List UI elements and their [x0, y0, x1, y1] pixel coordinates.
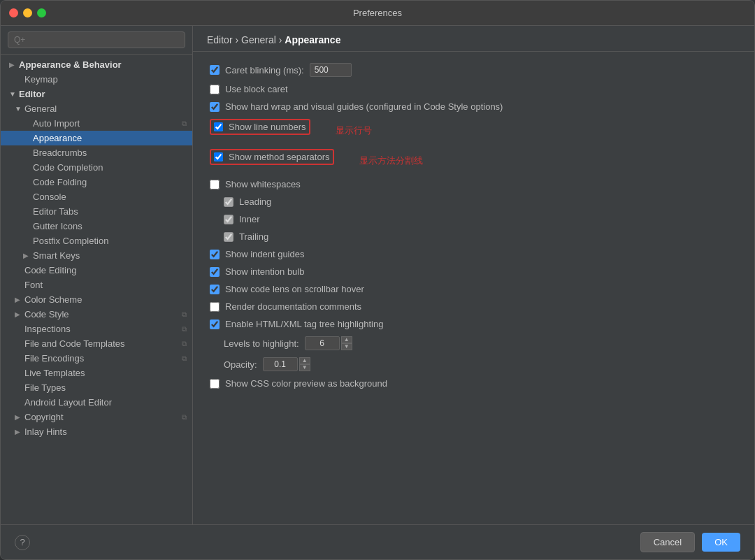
show-indent-guides-checkbox[interactable]	[210, 250, 220, 259]
sidebar-item-editor[interactable]: ▼ Editor	[1, 87, 192, 101]
sidebar-item-console[interactable]: Console	[1, 189, 192, 204]
enable-html-xml-checkbox[interactable]	[210, 320, 220, 329]
show-line-numbers-checkbox[interactable]	[214, 122, 223, 131]
render-doc-comments-row: Render documentation comments	[210, 301, 738, 312]
close-button[interactable]	[9, 8, 18, 17]
enable-html-xml-label[interactable]: Enable HTML/XML tag tree highlighting	[225, 319, 383, 329]
show-line-numbers-label[interactable]: Show line numbers	[229, 122, 306, 132]
copy-icon: ⧉	[182, 354, 187, 363]
sidebar-item-file-encodings[interactable]: File Encodings ⧉	[1, 351, 192, 366]
item-label: Smart Keys	[33, 250, 80, 261]
caret-blinking-checkbox[interactable]	[210, 65, 220, 75]
inner-checkbox[interactable]	[224, 215, 233, 224]
sidebar-item-postfix-completion[interactable]: Postfix Completion	[1, 234, 192, 248]
opacity-row: Opacity: ▲ ▼	[224, 357, 738, 371]
content-area: Editor › General › Appearance Caret blin…	[193, 26, 754, 524]
caret-blinking-label[interactable]: Caret blinking (ms):	[225, 65, 304, 76]
breadcrumb-separator: ›	[235, 34, 241, 45]
show-whitespaces-checkbox[interactable]	[210, 180, 220, 189]
sidebar-item-code-folding[interactable]: Code Folding	[1, 175, 192, 189]
sidebar-item-editor-tabs[interactable]: Editor Tabs	[1, 204, 192, 219]
sidebar-item-inlay-hints[interactable]: ▶ Inlay Hints	[1, 424, 192, 439]
show-css-color-label[interactable]: Show CSS color preview as background	[225, 378, 387, 389]
sidebar-item-auto-import[interactable]: Auto Import ⧉	[1, 116, 192, 131]
show-hard-wrap-row: Show hard wrap and visual guides (config…	[210, 101, 738, 112]
maximize-button[interactable]	[37, 8, 46, 17]
sidebar: ▶ Appearance & Behavior Keymap ▼ Editor …	[1, 26, 193, 524]
sidebar-item-code-completion[interactable]: Code Completion	[1, 160, 192, 175]
opacity-spinner-down[interactable]: ▼	[299, 364, 310, 371]
trailing-label[interactable]: Trailing	[239, 231, 268, 242]
item-label: Android Layout Editor	[24, 397, 112, 408]
dialog-title: Preferences	[353, 8, 402, 18]
item-label: Editor Tabs	[33, 206, 78, 217]
leading-label[interactable]: Leading	[239, 196, 271, 207]
show-intention-bulb-checkbox[interactable]	[210, 267, 220, 277]
levels-to-highlight-input[interactable]	[305, 336, 340, 350]
search-input[interactable]	[8, 31, 185, 48]
breadcrumb-part2: General	[241, 34, 276, 45]
sidebar-item-breadcrumbs[interactable]: Breadcrumbs	[1, 145, 192, 160]
sidebar-item-smart-keys[interactable]: ▶ Smart Keys	[1, 248, 192, 263]
sidebar-item-appearance[interactable]: Appearance	[1, 131, 192, 145]
show-method-separators-label[interactable]: Show method separators	[229, 152, 330, 162]
show-intention-bulb-label[interactable]: Show intention bulb	[225, 266, 304, 277]
show-css-color-checkbox[interactable]	[210, 379, 220, 389]
sidebar-item-font[interactable]: Font	[1, 278, 192, 292]
sidebar-item-appearance-behavior[interactable]: ▶ Appearance & Behavior	[1, 57, 192, 72]
show-hard-wrap-label[interactable]: Show hard wrap and visual guides (config…	[225, 101, 503, 112]
opacity-spinner: ▲ ▼	[263, 357, 310, 371]
sidebar-item-general[interactable]: ▼ General	[1, 101, 192, 116]
render-doc-comments-label[interactable]: Render documentation comments	[225, 301, 361, 312]
show-method-separators-checkbox[interactable]	[214, 152, 223, 161]
sidebar-item-gutter-icons[interactable]: Gutter Icons	[1, 219, 192, 234]
arrow-icon: ▶	[15, 428, 22, 436]
show-method-separators-annotation: 显示方法分割线	[359, 155, 423, 167]
show-indent-guides-label[interactable]: Show indent guides	[225, 249, 304, 259]
help-button[interactable]: ?	[15, 535, 30, 550]
item-label: Code Completion	[33, 162, 103, 173]
copy-icon: ⧉	[182, 120, 187, 128]
show-code-lens-label[interactable]: Show code lens on scrollbar hover	[225, 284, 364, 294]
sidebar-item-file-types[interactable]: File Types	[1, 380, 192, 395]
levels-to-highlight-row: Levels to highlight: ▲ ▼	[224, 336, 738, 350]
caret-blinking-input[interactable]	[310, 63, 352, 77]
item-label: Gutter Icons	[33, 221, 82, 231]
item-label: Code Style	[24, 309, 69, 320]
item-label: Inlay Hints	[24, 426, 67, 437]
opacity-input[interactable]	[263, 357, 298, 371]
show-code-lens-checkbox[interactable]	[210, 285, 220, 294]
use-block-caret-checkbox[interactable]	[210, 85, 220, 94]
item-label: Auto Import	[33, 118, 80, 129]
spinner-down-button[interactable]: ▼	[341, 343, 352, 350]
sidebar-item-inspections[interactable]: Inspections ⧉	[1, 322, 192, 336]
ok-button[interactable]: OK	[702, 533, 740, 552]
minimize-button[interactable]	[23, 8, 32, 17]
sidebar-item-keymap[interactable]: Keymap	[1, 72, 192, 87]
sidebar-item-copyright[interactable]: ▶ Copyright ⧉	[1, 410, 192, 424]
sidebar-item-code-style[interactable]: ▶ Code Style ⧉	[1, 307, 192, 322]
render-doc-comments-checkbox[interactable]	[210, 302, 220, 312]
show-line-numbers-annotation: 显示行号	[336, 124, 372, 137]
item-label: Code Folding	[33, 177, 87, 187]
use-block-caret-label[interactable]: Use block caret	[225, 84, 288, 94]
sidebar-item-code-editing[interactable]: Code Editing	[1, 263, 192, 278]
show-line-numbers-highlight: Show line numbers	[210, 119, 310, 135]
show-whitespaces-label[interactable]: Show whitespaces	[225, 179, 301, 189]
spinner-up-button[interactable]: ▲	[341, 336, 352, 343]
show-indent-guides-row: Show indent guides	[210, 249, 738, 259]
cancel-button[interactable]: Cancel	[640, 532, 695, 552]
sidebar-item-color-scheme[interactable]: ▶ Color Scheme	[1, 292, 192, 307]
sidebar-item-file-code-templates[interactable]: File and Code Templates ⧉	[1, 336, 192, 351]
arrow-icon: ▶	[23, 252, 30, 259]
opacity-spinner-up[interactable]: ▲	[299, 357, 310, 364]
inner-label[interactable]: Inner	[239, 214, 260, 224]
sidebar-item-android-layout-editor[interactable]: Android Layout Editor	[1, 395, 192, 410]
leading-checkbox[interactable]	[224, 197, 233, 207]
item-label: File and Code Templates	[24, 338, 125, 349]
show-hard-wrap-checkbox[interactable]	[210, 102, 220, 112]
copy-icon: ⧉	[182, 340, 187, 348]
trailing-checkbox[interactable]	[224, 232, 233, 242]
sidebar-item-live-templates[interactable]: Live Templates	[1, 366, 192, 380]
copy-icon: ⧉	[182, 413, 187, 422]
